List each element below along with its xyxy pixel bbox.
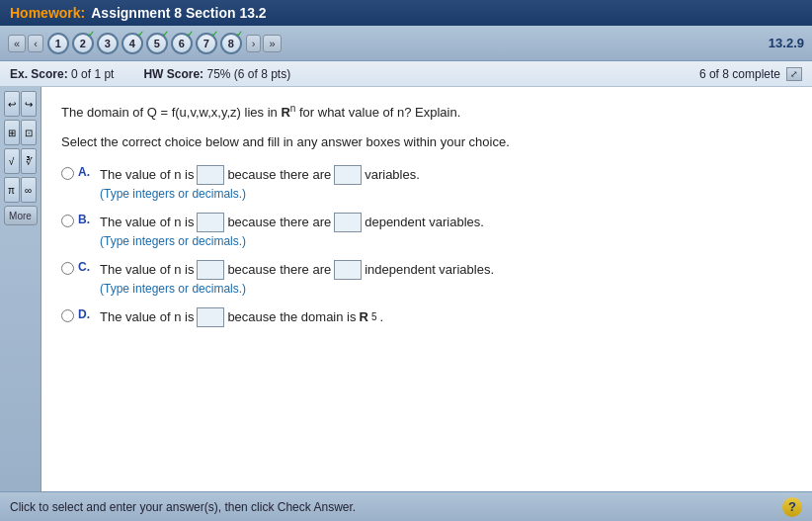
bottom-instruction: Click to select and enter your answer(s)…	[10, 500, 356, 514]
grid2-button[interactable]: ⊡	[21, 120, 37, 145]
radio-d[interactable]	[61, 309, 74, 322]
input-a1[interactable]	[197, 165, 224, 185]
choice-a: A. The value of n is because there are v…	[61, 165, 792, 201]
input-a2[interactable]	[334, 165, 362, 185]
nav-last-button[interactable]: »	[263, 35, 281, 52]
nav-arrows: « ‹	[8, 35, 43, 52]
nav-num-3[interactable]: 3	[97, 33, 119, 54]
hw-score-value: 75% (6 of 8 pts)	[206, 67, 290, 81]
text-d: The value of n is because the domain is …	[100, 307, 792, 327]
content-d: The value of n is because the domain is …	[100, 307, 792, 327]
bottom-bar: Click to select and enter your answer(s)…	[0, 491, 812, 521]
sqrt-group: √ ∛	[4, 148, 38, 174]
nav-section: 13.2.9	[769, 36, 804, 50]
input-b2[interactable]	[334, 213, 362, 232]
ex-score-label: Ex. Score:	[10, 67, 68, 81]
grid1-button[interactable]: ⊞	[4, 120, 20, 145]
nav-num-8[interactable]: 8	[220, 33, 242, 54]
hint-c: (Type integers or decimals.)	[100, 282, 792, 296]
input-c2[interactable]	[334, 260, 362, 280]
text-a: The value of n is because there are vari…	[100, 165, 792, 185]
hint-a: (Type integers or decimals.)	[100, 187, 792, 201]
nav-numbers: 1 2 3 4 5 6 7 8	[47, 33, 242, 54]
nav-first-button[interactable]: «	[8, 35, 26, 52]
left-toolbar: ↩ ↪ ⊞ ⊡ √ ∛ π ∞ More	[0, 87, 41, 491]
redo-button[interactable]: ↪	[21, 91, 37, 117]
input-d1[interactable]	[197, 307, 224, 327]
label-c: C.	[78, 260, 94, 274]
nav-bar: « ‹ 1 2 3 4 5 6 7 8 › » 13.2.9	[0, 26, 812, 61]
ex-score: Ex. Score: 0 of 1 pt	[10, 67, 114, 81]
bold-r: R	[281, 105, 289, 120]
content-a: The value of n is because there are vari…	[100, 165, 792, 201]
help-button[interactable]: ?	[782, 497, 802, 517]
instruction-text: Select the correct choice below and fill…	[61, 134, 792, 149]
nav-num-4[interactable]: 4	[122, 33, 143, 54]
radio-c[interactable]	[61, 262, 74, 275]
hw-score-label: HW Score:	[143, 67, 203, 81]
complete-section: 6 of 8 complete ⤢	[699, 67, 802, 81]
ex-score-value: 0 of 1 pt	[71, 67, 114, 81]
nav-num-7[interactable]: 7	[196, 33, 217, 54]
nav-num-1[interactable]: 1	[47, 33, 69, 54]
question-part2: for what value of n? Explain.	[295, 105, 460, 120]
text-c: The value of n is because there are inde…	[100, 260, 792, 280]
expand-icon[interactable]: ⤢	[786, 67, 802, 81]
choice-d: D. The value of n is because the domain …	[61, 307, 792, 327]
superscript-5: 5	[371, 311, 377, 322]
undo-redo-group: ↩ ↪	[4, 91, 38, 117]
choice-c: C. The value of n is because there are i…	[61, 260, 792, 296]
choice-b: B. The value of n is because there are d…	[61, 213, 792, 248]
pi-button[interactable]: π	[4, 177, 20, 203]
more-button[interactable]: More	[4, 206, 38, 225]
header: Homework: Assignment 8 Section 13.2	[0, 0, 812, 26]
choices: A. The value of n is because there are v…	[61, 165, 792, 339]
radio-b[interactable]	[61, 215, 74, 227]
score-bar: Ex. Score: 0 of 1 pt HW Score: 75% (6 of…	[0, 61, 812, 87]
hint-b: (Type integers or decimals.)	[100, 234, 792, 248]
content-area: The domain of Q = f(u,v,w,x,y,z) lies in…	[41, 87, 812, 491]
nav-prev-button[interactable]: ‹	[28, 35, 43, 52]
inf-button[interactable]: ∞	[21, 177, 37, 203]
hw-score: HW Score: 75% (6 of 8 pts)	[143, 67, 290, 81]
complete-label: 6 of 8 complete	[699, 67, 780, 81]
bold-r-d: R	[359, 309, 367, 324]
content-b: The value of n is because there are depe…	[100, 213, 792, 248]
question-part1: The domain of Q = f(u,v,w,x,y,z) lies in	[61, 105, 281, 120]
radio-a[interactable]	[61, 167, 74, 180]
sqrt-button[interactable]: √	[4, 148, 20, 174]
pi-group: π ∞	[4, 177, 38, 203]
content-c: The value of n is because there are inde…	[100, 260, 792, 296]
header-title: Assignment 8 Section 13.2	[91, 5, 266, 21]
main-container: ↩ ↪ ⊞ ⊡ √ ∛ π ∞ More The domain of Q = f…	[0, 87, 812, 491]
nav-num-6[interactable]: 6	[171, 33, 193, 54]
undo-button[interactable]: ↩	[4, 91, 20, 117]
nav-num-2[interactable]: 2	[72, 33, 94, 54]
label-d: D.	[78, 307, 94, 321]
label-a: A.	[78, 165, 94, 179]
input-c1[interactable]	[197, 260, 224, 280]
cbrt-button[interactable]: ∛	[21, 148, 37, 174]
grid-group: ⊞ ⊡	[4, 120, 38, 145]
nav-next-arrows: › »	[246, 35, 282, 52]
nav-num-5[interactable]: 5	[146, 33, 168, 54]
text-b: The value of n is because there are depe…	[100, 213, 792, 232]
homework-label: Homework:	[10, 5, 85, 21]
question-text: The domain of Q = f(u,v,w,x,y,z) lies in…	[61, 101, 792, 123]
nav-next-button[interactable]: ›	[246, 35, 262, 52]
label-b: B.	[78, 213, 94, 226]
input-b1[interactable]	[197, 213, 224, 232]
